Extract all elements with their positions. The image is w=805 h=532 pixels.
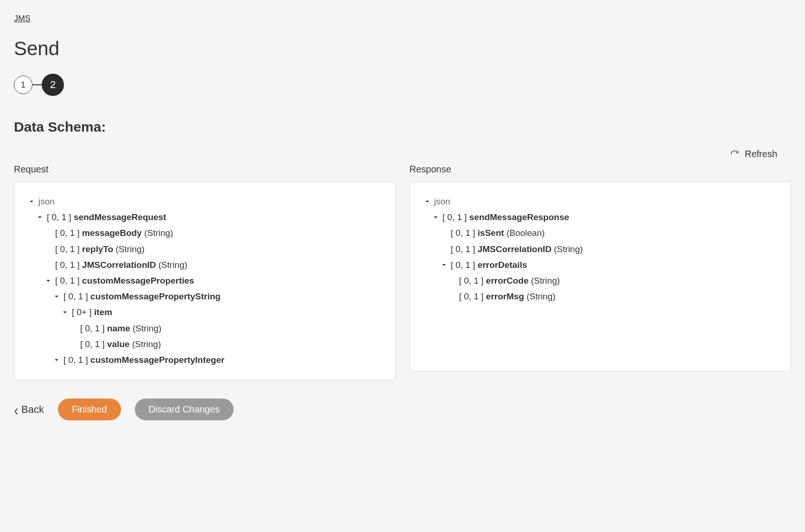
tree-node-label: [ 0+ ] item — [72, 304, 112, 320]
tree-node[interactable]: [ 0, 1 ] customMessagePropertyInteger — [28, 352, 381, 368]
response-panel: json[ 0, 1 ] sendMessageResponse[ 0, 1 ]… — [410, 182, 792, 372]
chevron-down-icon[interactable] — [62, 309, 68, 316]
chevron-down-icon[interactable] — [53, 357, 60, 363]
tree-node-label: [ 0, 1 ] replyTo (String) — [55, 241, 145, 257]
chevron-left-icon — [14, 406, 19, 413]
refresh-button[interactable]: Refresh — [730, 149, 777, 159]
request-label: Request — [14, 164, 396, 175]
response-label: Response — [410, 164, 792, 175]
tree-node: [ 0, 1 ] JMSCorrelationID (String) — [424, 241, 777, 257]
tree-node-label: [ 0, 1 ] sendMessageResponse — [443, 209, 570, 225]
tree-node-label: [ 0, 1 ] messageBody (String) — [55, 225, 173, 241]
chevron-down-icon[interactable] — [53, 293, 60, 300]
back-label: Back — [21, 404, 44, 416]
tree-node: [ 0, 1 ] name (String) — [28, 321, 381, 336]
tree-node-label: [ 0, 1 ] customMessagePropertyInteger — [63, 352, 224, 368]
tree-node-label: [ 0, 1 ] name (String) — [80, 321, 161, 336]
chevron-down-icon[interactable] — [45, 278, 51, 284]
tree-node[interactable]: json — [424, 194, 777, 209]
chevron-down-icon[interactable] — [441, 262, 447, 268]
chevron-down-icon[interactable] — [424, 198, 431, 205]
tree-node-label: [ 0, 1 ] errorMsg (String) — [459, 289, 556, 304]
refresh-label: Refresh — [745, 149, 777, 159]
tree-node[interactable]: [ 0, 1 ] customMessagePropertyString — [28, 289, 381, 304]
section-title: Data Schema: — [14, 119, 791, 135]
tree-node-label: [ 0, 1 ] customMessagePropertyString — [63, 289, 221, 304]
refresh-icon — [730, 150, 739, 159]
tree-node: [ 0, 1 ] value (String) — [28, 336, 381, 352]
breadcrumb-link[interactable]: JMS — [14, 14, 31, 24]
tree-node-label: [ 0, 1 ] errorCode (String) — [459, 273, 560, 289]
back-button[interactable]: Back — [14, 404, 44, 416]
tree-node: [ 0, 1 ] errorCode (String) — [424, 273, 777, 289]
tree-node-label: json — [434, 194, 450, 209]
tree-node-label: [ 0, 1 ] sendMessageRequest — [47, 209, 166, 225]
finished-button[interactable]: Finished — [58, 399, 121, 420]
tree-node-label: [ 0, 1 ] JMSCorrelationID (String) — [451, 241, 583, 257]
tree-node: [ 0, 1 ] errorMsg (String) — [424, 289, 777, 304]
wizard-steps: 1 2 — [14, 74, 791, 96]
tree-node-label: [ 0, 1 ] customMessageProperties — [55, 273, 194, 289]
tree-node: [ 0, 1 ] isSent (Boolean) — [424, 225, 777, 241]
discard-button[interactable]: Discard Changes — [135, 399, 234, 420]
tree-node: [ 0, 1 ] replyTo (String) — [28, 241, 381, 257]
tree-node[interactable]: [ 0, 1 ] sendMessageResponse — [424, 209, 777, 225]
tree-node[interactable]: [ 0, 1 ] sendMessageRequest — [28, 209, 381, 225]
step-2[interactable]: 2 — [42, 74, 64, 96]
step-1[interactable]: 1 — [14, 76, 32, 94]
tree-node[interactable]: [ 0, 1 ] customMessageProperties — [28, 273, 381, 289]
tree-node-label: [ 0, 1 ] value (String) — [80, 336, 161, 352]
tree-node-label: [ 0, 1 ] isSent (Boolean) — [451, 225, 545, 241]
chevron-down-icon[interactable] — [37, 214, 43, 221]
chevron-down-icon[interactable] — [28, 198, 35, 205]
tree-node[interactable]: [ 0, 1 ] errorDetails — [424, 257, 777, 273]
tree-node[interactable]: json — [28, 194, 381, 209]
tree-node-label: [ 0, 1 ] errorDetails — [451, 257, 527, 273]
step-connector — [32, 84, 42, 85]
page-title: Send — [14, 38, 791, 60]
chevron-down-icon[interactable] — [432, 214, 439, 221]
tree-node: [ 0, 1 ] JMSCorrelationID (String) — [28, 257, 381, 273]
request-panel: json[ 0, 1 ] sendMessageRequest[ 0, 1 ] … — [14, 182, 396, 380]
tree-node: [ 0, 1 ] messageBody (String) — [28, 225, 381, 241]
tree-node-label: json — [38, 194, 55, 209]
tree-node[interactable]: [ 0+ ] item — [28, 304, 381, 320]
tree-node-label: [ 0, 1 ] JMSCorrelationID (String) — [55, 257, 187, 273]
